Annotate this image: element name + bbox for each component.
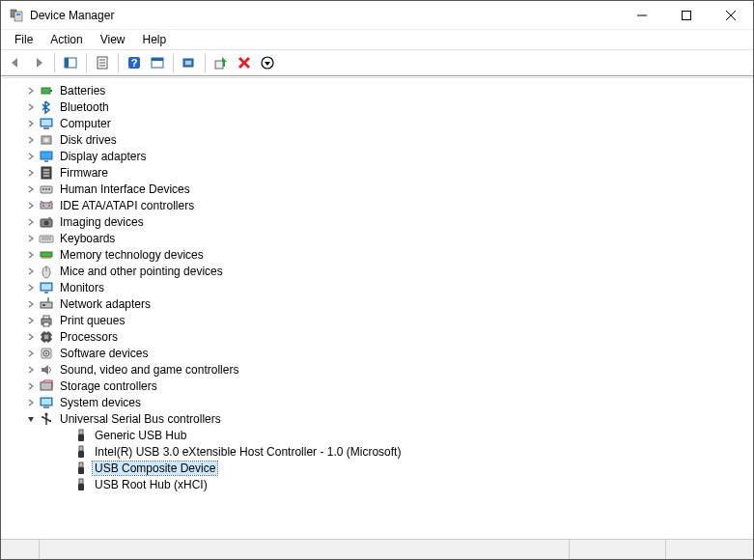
- menu-view[interactable]: View: [93, 31, 133, 48]
- chevron-right-icon[interactable]: [25, 101, 37, 113]
- chevron-right-icon[interactable]: [25, 134, 37, 146]
- chevron-right-icon[interactable]: [25, 331, 37, 343]
- help-button[interactable]: ?: [124, 52, 145, 73]
- device-tree-scroll[interactable]: BatteriesBluetoothComputerDisk drivesDis…: [2, 77, 752, 538]
- minimize-button[interactable]: [620, 1, 664, 30]
- tree-category[interactable]: Imaging devices: [2, 213, 752, 230]
- software-icon: [39, 346, 54, 361]
- chevron-down-icon[interactable]: [25, 413, 37, 425]
- chevron-right-icon[interactable]: [25, 200, 37, 211]
- tree-category[interactable]: Batteries: [2, 82, 752, 98]
- chevron-right-icon[interactable]: [25, 216, 37, 228]
- tree-category[interactable]: Computer: [2, 115, 752, 131]
- chevron-right-icon[interactable]: [25, 183, 37, 195]
- tree-category[interactable]: Display adapters: [2, 148, 752, 164]
- menu-help[interactable]: Help: [135, 31, 175, 48]
- menu-file[interactable]: File: [7, 31, 41, 48]
- monitor-icon: [39, 280, 54, 295]
- update-driver-button[interactable]: [147, 52, 168, 73]
- chevron-right-icon[interactable]: [25, 397, 37, 408]
- processor-icon: [39, 329, 54, 345]
- chevron-right-icon[interactable]: [25, 249, 37, 261]
- storage-icon: [39, 378, 54, 394]
- tree-device[interactable]: USB Composite Device: [2, 460, 752, 476]
- toolbar-separator: [54, 53, 55, 72]
- tree-category[interactable]: Bluetooth: [2, 98, 752, 115]
- tree-device[interactable]: Generic USB Hub: [2, 427, 752, 443]
- hid-icon: [39, 182, 54, 197]
- ide-icon: [39, 198, 54, 213]
- forward-button[interactable]: [28, 52, 49, 73]
- dropdown-button[interactable]: [257, 52, 278, 73]
- svg-rect-96: [78, 467, 84, 474]
- svg-rect-95: [79, 462, 83, 467]
- tree-category[interactable]: IDE ATA/ATAPI controllers: [2, 197, 752, 213]
- chevron-right-icon[interactable]: [25, 364, 37, 376]
- svg-rect-84: [43, 406, 49, 408]
- printer-icon: [39, 313, 54, 328]
- status-cell: [40, 540, 570, 559]
- tree-category[interactable]: Storage controllers: [2, 378, 752, 394]
- network-icon: [39, 296, 54, 312]
- battery-icon: [39, 83, 54, 98]
- svg-rect-27: [42, 120, 51, 126]
- chevron-right-icon[interactable]: [25, 167, 37, 179]
- window-buttons: [620, 1, 753, 30]
- chevron-right-icon[interactable]: [25, 266, 37, 277]
- computer-icon: [39, 116, 54, 131]
- menu-action[interactable]: Action: [42, 31, 90, 48]
- chevron-right-icon[interactable]: [25, 348, 37, 359]
- chevron-right-icon[interactable]: [25, 282, 37, 294]
- scan-hardware-button[interactable]: [179, 52, 200, 73]
- tree-category[interactable]: System devices: [2, 394, 752, 410]
- svg-point-89: [42, 416, 43, 418]
- svg-rect-69: [44, 335, 48, 339]
- svg-rect-36: [43, 175, 49, 177]
- svg-rect-39: [45, 188, 47, 190]
- tree-category[interactable]: Memory technology devices: [2, 246, 752, 263]
- tree-category[interactable]: Keyboards: [2, 230, 752, 246]
- back-button[interactable]: [5, 52, 26, 73]
- firmware-icon: [39, 165, 54, 181]
- tree-category[interactable]: Sound, video and game controllers: [2, 361, 752, 378]
- chevron-right-icon[interactable]: [25, 298, 37, 310]
- chevron-right-icon[interactable]: [25, 380, 37, 392]
- tree-category[interactable]: Monitors: [2, 279, 752, 295]
- svg-rect-97: [79, 479, 83, 484]
- properties-button[interactable]: [92, 52, 113, 73]
- tree-device[interactable]: USB Root Hub (xHCI): [2, 476, 752, 492]
- tree-category[interactable]: Software devices: [2, 345, 752, 361]
- tree-category[interactable]: Processors: [2, 328, 752, 345]
- svg-text:?: ?: [131, 57, 138, 69]
- tree-category[interactable]: Network adapters: [2, 295, 752, 312]
- chevron-right-icon[interactable]: [25, 233, 37, 244]
- svg-rect-92: [78, 434, 84, 441]
- tree-category[interactable]: Mice and other pointing devices: [2, 263, 752, 279]
- chevron-right-icon[interactable]: [25, 151, 37, 162]
- svg-rect-62: [42, 304, 45, 306]
- chevron-right-icon[interactable]: [25, 85, 37, 97]
- tree-category[interactable]: Disk drives: [2, 131, 752, 148]
- tree-category[interactable]: Human Interface Devices: [2, 181, 752, 197]
- uninstall-device-button[interactable]: [234, 52, 255, 73]
- chevron-right-icon[interactable]: [25, 315, 37, 326]
- tree-category-label: Computer: [58, 117, 113, 130]
- system-icon: [39, 395, 54, 410]
- status-cell: [1, 540, 40, 559]
- close-button[interactable]: [709, 1, 753, 30]
- show-hide-tree-button[interactable]: [60, 52, 81, 73]
- tree-category-label: Bluetooth: [58, 100, 111, 114]
- svg-rect-19: [215, 61, 223, 69]
- maximize-button[interactable]: [664, 1, 709, 30]
- tree-category[interactable]: Firmware: [2, 164, 752, 181]
- status-cell: [570, 540, 666, 559]
- svg-rect-81: [41, 382, 52, 390]
- status-bar: [1, 539, 753, 559]
- tree-category-label: Imaging devices: [58, 215, 146, 229]
- tree-category-label: Display adapters: [58, 150, 148, 163]
- chevron-right-icon[interactable]: [25, 118, 37, 129]
- enable-device-button[interactable]: [210, 52, 232, 73]
- tree-device[interactable]: Intel(R) USB 3.0 eXtensible Host Control…: [2, 443, 752, 460]
- tree-category-usb[interactable]: Universal Serial Bus controllers: [2, 410, 752, 427]
- tree-category[interactable]: Print queues: [2, 312, 752, 328]
